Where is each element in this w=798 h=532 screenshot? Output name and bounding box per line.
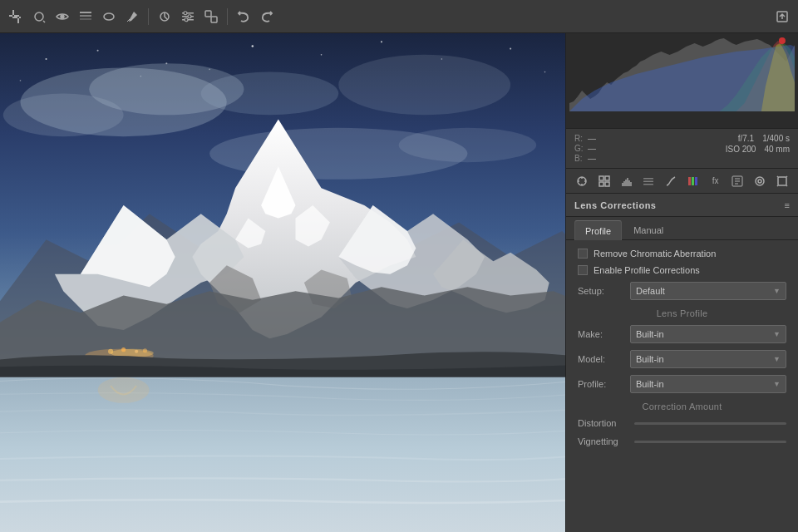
setup-value: Default [636,286,665,296]
model-row: Model: Built-in ▼ [578,350,786,368]
make-select[interactable]: Built-in ▼ [630,325,786,343]
svg-point-43 [135,350,138,353]
remove-chromatic-aberration-row: Remove Chromatic Aberration [578,249,786,259]
basic-panel-icon[interactable] [639,171,658,191]
svg-point-41 [108,349,113,354]
svg-point-22 [201,72,339,116]
hsl-panel-icon[interactable] [684,171,703,191]
model-value: Built-in [636,354,664,364]
section-header: Lens Corrections ≡ [566,194,798,217]
svg-point-46 [779,37,786,44]
g-row: G: — [574,144,596,153]
svg-point-45 [98,377,150,403]
clone-stamp-icon[interactable] [202,7,220,26]
b-row: B: — [574,154,596,163]
distortion-label: Distortion [578,418,628,428]
setup-arrow-icon: ▼ [773,287,781,295]
svg-point-34 [544,71,546,73]
enable-profile-corrections-row: Enable Profile Corrections [578,265,786,275]
svg-point-14 [185,17,188,21]
color-grading-panel-icon[interactable]: fx [706,171,725,191]
exif-values: f/7.1 1/400 s ISO 200 40 mm [726,134,790,163]
photo-canvas [0,33,565,532]
export-icon[interactable] [773,7,791,26]
svg-point-32 [441,58,443,60]
rgb-values: R: — G: — B: — [574,134,596,163]
svg-rect-56 [692,177,694,185]
lens-corrections-panel-icon[interactable] [751,171,770,191]
profile-select[interactable]: Built-in ▼ [630,375,786,393]
svg-point-33 [510,48,511,50]
svg-rect-49 [605,176,609,180]
spot-removal-icon[interactable] [30,7,48,26]
svg-point-28 [165,62,167,64]
svg-rect-4 [80,15,91,17]
vignetting-label: Vignetting [578,436,628,446]
svg-point-25 [399,128,537,162]
redo-icon[interactable] [258,7,276,26]
navigator-panel-icon[interactable] [573,171,592,191]
svg-rect-55 [688,177,691,185]
radial-filter-icon[interactable] [100,7,118,26]
aperture-value: f/7.1 [738,134,754,143]
svg-point-27 [97,50,99,52]
svg-point-29 [252,45,254,47]
svg-rect-3 [80,12,91,13]
model-select[interactable]: Built-in ▼ [630,350,786,368]
svg-rect-61 [778,177,786,185]
mountain-photo [0,33,565,532]
main-toolbar [0,0,798,33]
distortion-slider-track[interactable] [634,422,786,425]
toolbar-separator-2 [227,8,228,25]
svg-rect-52 [643,178,653,180]
correction-amount-title: Correction Amount [578,401,786,411]
setup-label: Setup: [578,286,623,296]
profile-label: Profile: [578,379,623,389]
shutter-value: 1/400 s [762,134,790,143]
enable-profile-corrections-checkbox[interactable] [578,265,588,275]
remove-chromatic-aberration-checkbox[interactable] [578,249,588,259]
svg-point-23 [338,55,510,115]
svg-point-6 [104,13,114,20]
iso-value: ISO 200 [726,145,756,154]
svg-rect-5 [80,18,91,20]
setup-select[interactable]: Default ▼ [630,282,786,300]
grid-panel-icon[interactable] [595,171,614,191]
white-balance-picker-icon[interactable] [155,7,174,26]
tab-manual[interactable]: Manual [623,220,673,240]
svg-rect-15 [205,11,211,17]
enable-profile-corrections-label[interactable]: Enable Profile Corrections [594,265,700,275]
g-label: G: [574,144,583,153]
toolbar-separator-1 [148,8,149,25]
undo-icon[interactable] [234,7,253,26]
svg-point-44 [143,348,147,352]
make-row: Make: Built-in ▼ [578,325,786,343]
g-value: — [588,144,596,153]
detail-panel-icon[interactable] [728,171,747,191]
remove-chromatic-aberration-label[interactable]: Remove Chromatic Aberration [594,249,716,259]
svg-rect-51 [605,182,609,186]
svg-rect-16 [211,17,217,22]
section-menu-icon[interactable]: ≡ [785,200,790,210]
adjustment-brush-icon[interactable] [123,7,141,26]
red-eye-icon[interactable] [53,7,71,26]
graduated-filter-icon[interactable] [76,7,95,26]
b-label: B: [574,154,583,163]
exif-top-row: f/7.1 1/400 s [726,134,790,143]
vignetting-slider-track[interactable] [634,441,786,443]
histogram-panel-tab-icon[interactable] [617,171,636,191]
tab-profile[interactable]: Profile [574,220,622,240]
transform-panel-icon[interactable] [772,171,791,191]
svg-point-36 [140,76,141,76]
adjustment-icon[interactable] [179,7,197,26]
svg-rect-53 [643,180,653,182]
tone-curve-panel-icon[interactable] [662,171,681,191]
panel-content[interactable]: Remove Chromatic Aberration Enable Profi… [566,240,798,532]
svg-point-42 [121,347,126,352]
focal-value: 40 mm [764,145,790,154]
svg-point-35 [20,80,22,81]
crop-icon[interactable] [7,7,25,26]
distortion-row: Distortion [578,418,786,428]
svg-point-37 [209,69,210,71]
svg-point-13 [188,14,191,17]
